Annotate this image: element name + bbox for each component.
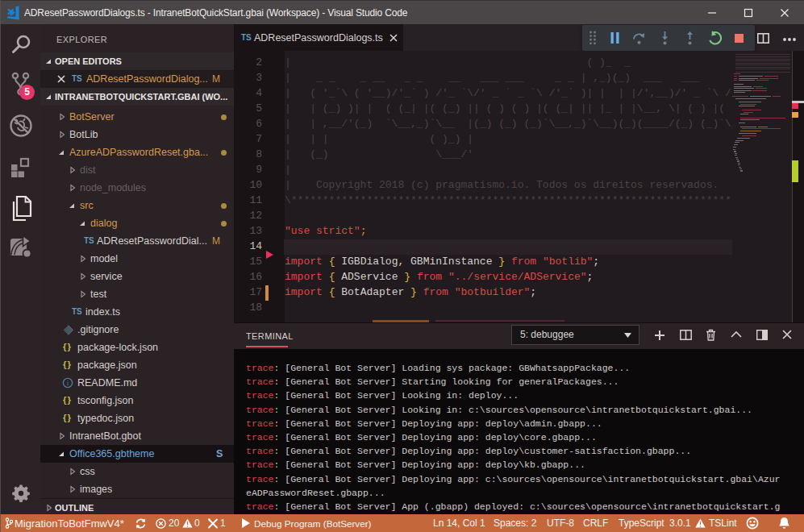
svg-text:i: i: [67, 379, 69, 387]
